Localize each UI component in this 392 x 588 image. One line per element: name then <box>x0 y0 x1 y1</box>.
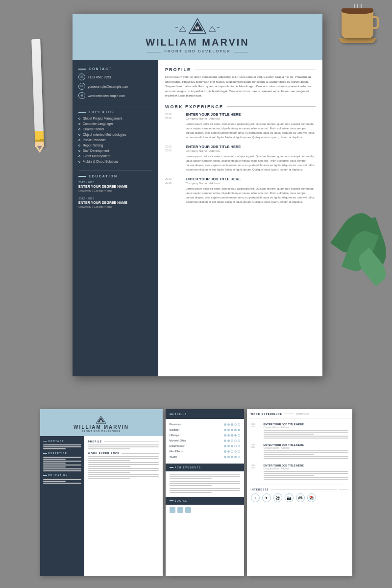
skill-dot <box>231 434 233 437</box>
preview3-continued-label: (CONTINUED) <box>296 413 309 415</box>
preview1-line <box>88 458 159 459</box>
social-icon-tw <box>177 507 183 513</box>
sidebar-divider-1 <box>78 106 152 106</box>
skill-name-microsoft: Microsoft Office <box>170 439 187 442</box>
skill-dot <box>238 450 240 453</box>
preview3-company-3: Company Name | Address <box>264 467 348 470</box>
preview1-logo: W <box>90 416 112 424</box>
preview1-line <box>88 478 130 479</box>
work-title-2: ENTER YOUR JOB TITLE HERE <box>186 145 316 149</box>
work-item-3: 20122015 ENTER YOUR JOB TITLE HERE Compa… <box>165 177 316 204</box>
resume-header: W WILLIAM MARVIN FRONT END DEVELOPER <box>73 14 322 60</box>
social-icon-fb <box>170 507 175 513</box>
preview1-line <box>43 465 81 466</box>
skill-dot <box>231 450 233 453</box>
preview1-line <box>88 444 159 445</box>
preview1-line <box>88 474 159 475</box>
preview2-skills-header: SKILLS <box>166 409 244 419</box>
preview3-title-1: ENTER YOUR JOB TITLE HERE <box>264 423 348 426</box>
preview1-name: WILLIAM MARVIN <box>74 424 129 430</box>
preview1-line <box>43 468 81 469</box>
skill-dot <box>234 440 237 442</box>
interests-divider-line <box>271 490 337 490</box>
work-item-1: 20122015 ENTER YOUR JOB TITLE HERE Compa… <box>165 112 316 140</box>
email-icon: ✉ <box>78 83 85 90</box>
preview3-line <box>264 432 348 433</box>
skill-dot <box>224 450 226 453</box>
preview1-line <box>88 448 130 449</box>
preview1-line <box>43 459 66 460</box>
ach-line <box>170 476 240 477</box>
preview3-line <box>264 473 348 474</box>
preview3-line <box>264 438 348 439</box>
preview3-title-3: ENTER YOUR JOB TITLE HERE <box>264 464 348 467</box>
interest-icon-3: ⚽ <box>273 493 282 502</box>
expertise-text-7: Staff Development <box>83 149 109 152</box>
preview1-line <box>88 464 159 465</box>
preview1-profile-title: PROFILE <box>88 440 159 443</box>
ach-line <box>170 485 212 486</box>
cup-saucer <box>339 38 376 43</box>
skill-dot <box>231 440 233 442</box>
edu-year-1: 2012 - 2015 <box>78 181 152 184</box>
expertise-item-1: Global Project Management <box>78 117 152 120</box>
skill-dots-illustrator <box>224 429 240 431</box>
preview1-line <box>43 466 66 467</box>
page-previews-container: W WILLIAM MARVIN FRONT END DEVELOPER CON… <box>0 409 392 576</box>
skill-dot <box>227 429 230 431</box>
expertise-item-4: Object-oriented Methodologies <box>78 133 152 136</box>
website-contact: ⊕ www.websiteexample.com <box>78 92 152 99</box>
skill-dot <box>231 423 233 426</box>
preview3-work-item-1: 20122015 ENTER YOUR JOB TITLE HERE Compa… <box>251 423 348 440</box>
preview3-interests-label: INTERESTS <box>251 488 348 491</box>
title-line: FRONT END DEVELOPER <box>146 49 249 55</box>
skill-dot <box>238 423 240 426</box>
ach-line <box>170 478 212 479</box>
work-details-1: ENTER YOUR JOB TITLE HERE Company Name |… <box>186 112 316 140</box>
expertise-text-1: Global Project Management <box>83 117 122 120</box>
skill-dot <box>224 440 226 442</box>
expertise-dot <box>78 123 80 125</box>
skill-dot <box>231 456 233 458</box>
preview3-company-1: Company Name | Address <box>264 426 348 429</box>
pencil-tip-graphite <box>37 146 42 150</box>
phone-icon: ☏ <box>78 74 85 80</box>
svg-text:W: W <box>195 25 200 30</box>
preview3-line <box>264 452 348 453</box>
preview1-line <box>43 479 81 480</box>
skill-dot <box>234 450 237 453</box>
contact-section: CONTACT ☏ +123 4567 8953 ✉ yourexample@e… <box>78 67 152 99</box>
preview1-line <box>88 468 159 469</box>
skill-dot <box>224 456 226 458</box>
skill-dot <box>224 423 226 426</box>
expertise-item-7: Staff Development <box>78 149 152 152</box>
expertise-text-4: Object-oriented Methodologies <box>83 133 126 136</box>
expertise-text-5: Public Relations <box>83 138 106 142</box>
interest-icon-5: 🎮 <box>296 493 305 502</box>
preview3-work-item-3: 20122015 ENTER YOUR JOB TITLE HERE Compa… <box>251 464 348 481</box>
preview3-body: 20122015 ENTER YOUR JOB TITLE HERE Compa… <box>247 419 352 506</box>
page-preview-2: SKILLS Photoshop Illustrator <box>166 409 244 576</box>
skill-row-dreamweaver: Dreamweaver <box>170 444 240 447</box>
coffee-liquid <box>342 8 373 14</box>
preview3-line <box>264 475 315 476</box>
skill-dot <box>224 445 226 447</box>
work-section-title: WORK EXPERIENCE <box>165 104 316 109</box>
preview3-year-2: 20122015 <box>251 443 261 460</box>
preview1-line <box>88 462 159 463</box>
preview1-line <box>43 448 66 449</box>
skill-row-photoshop: Photoshop <box>170 423 240 426</box>
skill-name-aftereffects: After Effects <box>170 450 183 453</box>
expertise-item-3: Quality Control <box>78 127 152 131</box>
phone-contact: ☏ +123 4567 8953 <box>78 74 152 80</box>
email-contact: ✉ yourexample@example.com <box>78 83 152 90</box>
work-year-1: 20122015 <box>165 112 181 140</box>
preview1-sidebar: CONTACT EXPERTISE EDUCATION <box>40 436 84 576</box>
ach-line <box>170 481 240 482</box>
expertise-item-9: Mobile & Cloud Solutions <box>78 160 152 163</box>
preview1-line <box>43 444 81 445</box>
skill-dots-indesign <box>224 434 240 437</box>
preview1-line <box>88 460 130 461</box>
preview3-line <box>264 434 315 435</box>
preview3-work-label: WORK EXPERIENCE <box>251 413 294 416</box>
